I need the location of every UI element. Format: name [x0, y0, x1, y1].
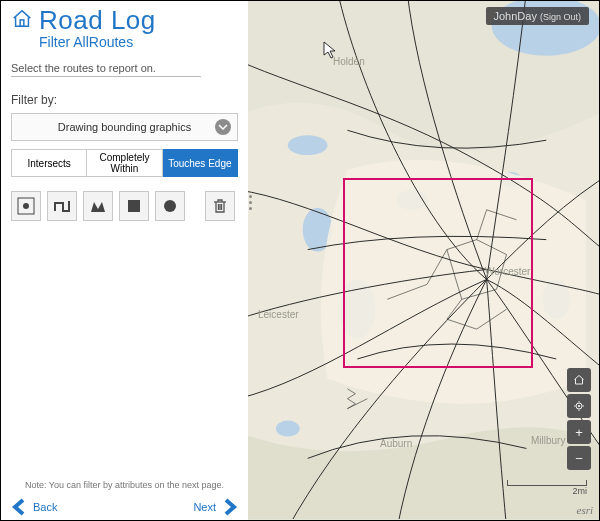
scale-bar: 2mi [507, 480, 587, 496]
tool-point[interactable] [11, 191, 41, 221]
svg-point-4 [164, 200, 176, 212]
tool-polygon[interactable] [83, 191, 113, 221]
app-title: Road Log [39, 5, 156, 36]
map-controls: + − [567, 368, 591, 470]
chevron-down-icon [215, 119, 231, 135]
spatial-rel-touches[interactable]: Touches Edge [163, 149, 238, 177]
sign-out-label: (Sign Out) [540, 12, 581, 22]
home-extent-button[interactable] [567, 368, 591, 392]
tool-polyline[interactable] [47, 191, 77, 221]
map-label-worcester: Worcester [485, 266, 530, 277]
spatial-rel-intersects[interactable]: Intersects [11, 149, 87, 177]
map-label-millbury: Millbury [531, 435, 565, 446]
footer-note: Note: You can filter by attributes on th… [1, 480, 248, 490]
back-label: Back [33, 501, 57, 513]
svg-rect-0 [20, 19, 24, 25]
svg-point-2 [23, 203, 29, 209]
next-button[interactable]: Next [193, 498, 238, 516]
filter-label: Filter by: [11, 93, 238, 107]
instruction-text: Select the routes to report on. [11, 62, 238, 74]
spatial-rel-within[interactable]: Completely Within [87, 149, 162, 177]
locate-button[interactable] [567, 394, 591, 418]
map-view[interactable]: Holden Worcester Leicester Auburn Millbu… [248, 1, 599, 520]
filter-method-value: Drawing bounding graphics [58, 121, 191, 133]
cursor-icon [323, 41, 337, 63]
svg-point-15 [578, 405, 580, 407]
app-header: Road Log [11, 5, 238, 36]
user-chip[interactable]: JohnDay (Sign Out) [486, 7, 590, 25]
divider [11, 76, 201, 77]
wizard-nav: Back Next [11, 498, 238, 516]
tool-circle[interactable] [155, 191, 185, 221]
next-label: Next [193, 501, 216, 513]
map-label-leicester: Leicester [258, 309, 299, 320]
panel-collapse-handle[interactable] [248, 191, 254, 214]
sidebar: Road Log Filter AllRoutes Select the rou… [1, 1, 248, 520]
filter-method-dropdown[interactable]: Drawing bounding graphics [11, 113, 238, 141]
spatial-rel-switch: Intersects Completely Within Touches Edg… [11, 149, 238, 177]
tool-rectangle[interactable] [119, 191, 149, 221]
svg-rect-3 [128, 200, 140, 212]
page-subtitle: Filter AllRoutes [39, 34, 238, 50]
map-label-auburn: Auburn [380, 438, 412, 449]
tool-delete[interactable] [205, 191, 235, 221]
home-icon[interactable] [11, 8, 33, 34]
back-button[interactable]: Back [11, 498, 57, 516]
draw-tools [11, 191, 238, 221]
attribution: esri [577, 504, 594, 516]
user-name: JohnDay [494, 10, 537, 22]
zoom-in-button[interactable]: + [567, 420, 591, 444]
scale-label: 2mi [572, 486, 587, 496]
map-label-holden: Holden [333, 56, 365, 67]
zoom-out-button[interactable]: − [567, 446, 591, 470]
